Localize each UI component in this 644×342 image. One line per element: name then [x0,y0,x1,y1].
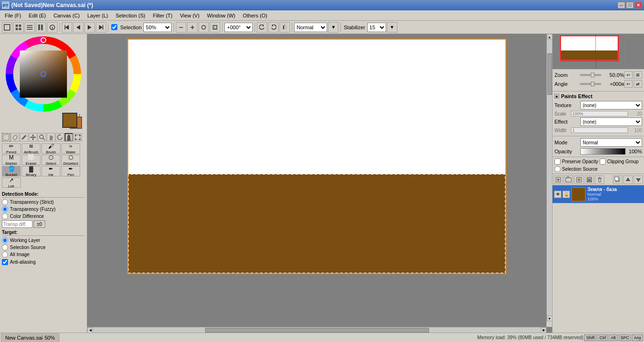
primary-color-swatch[interactable] [62,113,77,128]
zoom-fit-btn[interactable] [198,22,209,33]
rotation-select[interactable]: +000° [224,23,253,32]
clipping-group-checkbox[interactable] [600,158,606,165]
rotate-left-btn[interactable] [257,22,267,33]
nav-next[interactable] [84,22,95,33]
angle-slider-thumb[interactable] [591,82,594,86]
key-hint-ctrl[interactable]: Ctrl [597,334,608,341]
bucket-tool-btn[interactable]: 🪣Bucket [2,166,21,176]
lair-tool-btn[interactable]: ↗Lair [2,177,21,188]
angle-reset-btn[interactable]: ↩ [624,80,633,88]
color-wheel[interactable] [6,36,81,112]
menu-file[interactable]: File (F) [1,12,25,19]
working-layer-radio[interactable] [2,237,8,243]
vertical-scrollbar[interactable]: ▲ ▼ [546,34,552,321]
opacity-bar[interactable] [580,148,626,155]
menu-others[interactable]: Others (O) [239,12,271,19]
eraser-tool-btn[interactable]: ⬜Eraser [22,155,41,165]
nav-first[interactable] [62,22,72,33]
plus-minus-btn[interactable]: ±0 [33,220,45,228]
move-icon[interactable] [29,133,37,142]
selection-checkbox[interactable] [111,24,117,30]
layer-lock-btn[interactable]: 🔓 [562,191,570,198]
move-layer-down-btn[interactable] [634,175,643,184]
minimize-button[interactable]: ─ [618,2,625,8]
maximize-button[interactable]: □ [626,2,634,8]
angle-flip-btn[interactable]: ⇌ [634,80,642,88]
h-scroll-thumb[interactable] [205,328,429,333]
water-tool-btn[interactable]: ≈Water [61,143,80,154]
menu-view[interactable]: View (V) [176,12,203,19]
paints-effect-collapse-btn[interactable]: ■ [554,94,559,99]
brush-tool-btn[interactable]: 🖌Brush [41,143,60,154]
stabilizer-select[interactable]: 15 [367,23,386,32]
scroll-left-btn[interactable]: ◀ [87,327,93,333]
horizontal-scrollbar[interactable]: ◀ ▶ [87,327,546,333]
layer-visibility-btn[interactable]: 👁 [554,191,561,198]
anti-aliasing-checkbox[interactable] [2,259,8,265]
view-mode-btn-5[interactable] [47,22,58,33]
all-image-radio[interactable] [2,251,8,258]
delete-layer-btn[interactable] [595,175,604,184]
nav-prev[interactable] [73,22,83,33]
move-layer-up-btn[interactable] [623,175,633,184]
canvas-tab[interactable]: New Canvas.sai 50% [1,334,59,342]
menu-layer[interactable]: Layer (L) [83,12,112,19]
zoom-reset-btn[interactable]: ↩ [624,71,633,79]
binary-tool-btn[interactable]: ▓Binary [22,166,41,176]
pen-tool-btn[interactable]: ✒Pen [61,166,80,176]
transparency-strict-radio[interactable] [2,199,8,205]
stabilizer-more-btn[interactable]: ▼ [387,22,397,33]
merge-down-btn[interactable] [585,175,594,184]
blend-more-btn[interactable]: ▼ [328,22,339,33]
zoom-actual-btn[interactable]: 1 [210,22,220,33]
flip-btn[interactable] [280,22,290,33]
key-hint-shift[interactable]: Shift [584,334,596,341]
zoom-out-btn[interactable] [176,22,186,33]
canvas-scroll-area[interactable]: ▲ ▼ [87,34,552,327]
menu-selection[interactable]: Selection (S) [112,12,149,19]
zoom-slider-thumb[interactable] [591,73,594,77]
scale-slider[interactable]: 100% [571,111,628,117]
new-layer-btn[interactable] [553,175,563,184]
zoom-slider-track[interactable] [580,74,601,76]
hand-icon[interactable] [47,133,55,142]
key-hint-spc[interactable]: SPC [619,334,631,341]
view-mode-btn-2[interactable] [13,22,24,33]
texture-select[interactable]: (none) [580,101,642,109]
marquee-select-icon[interactable] [2,133,10,142]
rotate-right-btn[interactable] [268,22,279,33]
eyedropper-icon[interactable] [20,133,28,142]
new-mask-btn[interactable] [574,175,584,184]
zoom-in-btn[interactable] [187,22,198,33]
menu-window[interactable]: Window (W) [203,12,239,19]
width-slider[interactable]: 1 [571,127,628,133]
new-set-btn[interactable] [564,175,573,184]
key-hint-any[interactable]: Any [632,334,643,341]
key-hint-alt[interactable]: Alt [609,334,618,341]
copy-layer-btn[interactable] [613,175,622,184]
menu-edit[interactable]: Edit (E) [25,12,50,19]
nav-last[interactable] [96,22,106,33]
transparency-fuzzy-radio[interactable] [2,206,8,212]
scroll-right-btn[interactable]: ▶ [541,327,546,333]
v-scroll-thumb[interactable] [547,53,552,95]
rotate-canvas-icon[interactable] [56,133,64,142]
scroll-down-btn[interactable]: ▼ [547,316,553,321]
zoom-fit-btn-2[interactable]: ⊞ [634,71,642,79]
close-button[interactable]: ✕ [635,2,642,8]
view-mode-btn-3[interactable] [25,22,35,33]
scroll-up-btn[interactable]: ▲ [547,34,553,40]
color-wheel-container[interactable] [6,36,81,112]
menu-canvas[interactable]: Canvas (C) [50,12,84,19]
transp-diff-input[interactable] [2,220,33,228]
menu-filter[interactable]: Filter (T) [149,12,176,19]
zoom-icon[interactable] [38,133,46,142]
select-tool-btn[interactable]: ⬡Select [41,155,60,165]
mode-select[interactable]: Normal [580,138,642,147]
selection-source-layer-radio[interactable] [554,166,561,172]
color-difference-radio[interactable] [2,213,8,219]
view-mode-btn-1[interactable] [2,22,12,33]
layer-item[interactable]: 👁 🔓 Земля - база Normal 100% [553,185,644,203]
marker-tool-btn[interactable]: MMarker [2,155,21,165]
preserve-opacity-checkbox[interactable] [554,158,561,165]
